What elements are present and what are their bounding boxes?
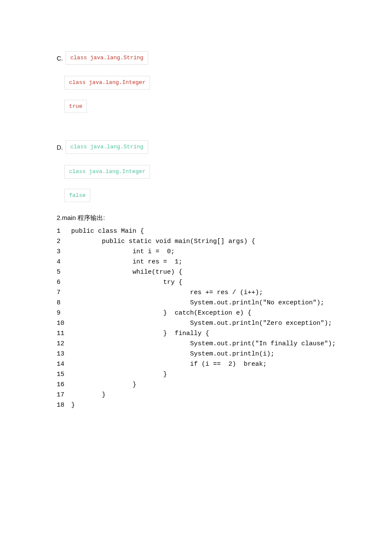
code-line: 2 public static void main(String[] args)… xyxy=(57,237,392,247)
code-block: 1public class Main { 2 public static voi… xyxy=(57,226,392,410)
section-2-title: 2.main 程序输出: xyxy=(57,214,392,222)
code-line: 13 System.out.println(i); xyxy=(57,349,392,359)
option-d-label: D. xyxy=(57,140,63,155)
option-c-box-3: true xyxy=(64,100,87,113)
option-d-box-2: class java.lang.Integer xyxy=(64,165,150,179)
option-d-row2: class java.lang.Integer xyxy=(64,165,392,179)
option-d-box-3: false xyxy=(64,189,90,202)
code-line: 18} xyxy=(57,400,392,410)
code-line: 1public class Main { xyxy=(57,226,392,237)
option-c-row2: class java.lang.Integer xyxy=(64,76,392,90)
code-line: 14 if (i == 2) break; xyxy=(57,359,392,370)
option-c: C. class java.lang.String xyxy=(57,51,392,66)
code-line: 11 } finally { xyxy=(57,329,392,339)
option-c-box-2: class java.lang.Integer xyxy=(64,76,150,90)
code-line: 6 try { xyxy=(57,278,392,288)
code-line: 16 } xyxy=(57,380,392,390)
code-line: 4 int res = 1; xyxy=(57,257,392,267)
document-content: C. class java.lang.String class java.lan… xyxy=(0,0,392,410)
code-line: 17 } xyxy=(57,390,392,400)
option-d-box-1: class java.lang.String xyxy=(66,140,148,154)
code-line: 10 System.out.println("Zero exception"); xyxy=(57,318,392,329)
option-d: D. class java.lang.String xyxy=(57,140,392,155)
code-line: 7 res += res / (i++); xyxy=(57,288,392,298)
code-line: 8 System.out.println("No exception"); xyxy=(57,298,392,308)
option-c-box-1: class java.lang.String xyxy=(66,51,148,65)
option-c-label: C. xyxy=(57,51,63,66)
code-line: 3 int i = 0; xyxy=(57,247,392,257)
option-c-row3: true xyxy=(64,100,392,113)
code-line: 9 } catch(Exception e) { xyxy=(57,308,392,318)
option-d-row3: false xyxy=(64,189,392,202)
code-line: 5 while(true) { xyxy=(57,267,392,278)
code-line: 15 } xyxy=(57,370,392,380)
code-line: 12 System.out.print("In finally clause")… xyxy=(57,339,392,349)
